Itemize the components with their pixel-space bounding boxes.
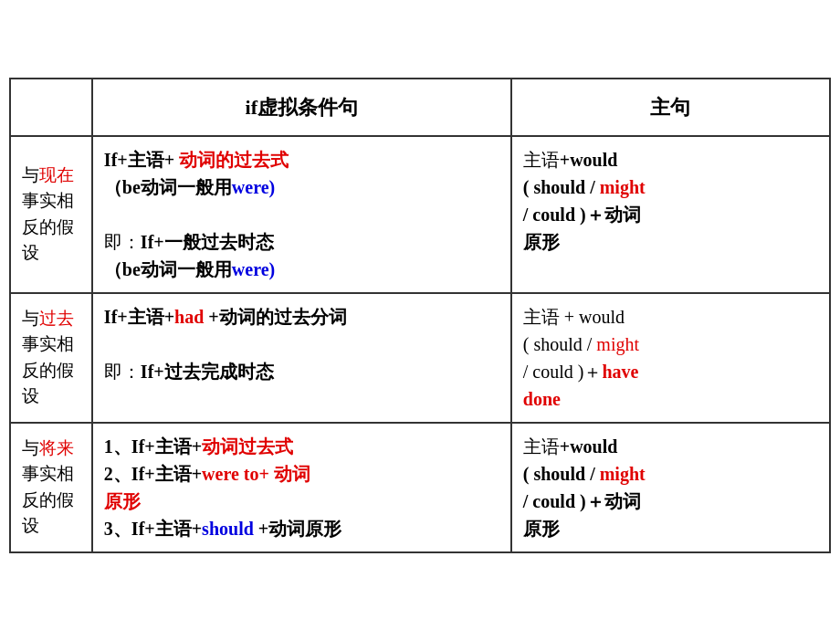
row1-label-text: 与现在事实相反的假设 (22, 165, 74, 263)
row2-if-cell: If+主语+had +动词的过去分词 即：If+过去完成时态 (92, 293, 511, 423)
row2-if-content: If+主语+had +动词的过去分词 即：If+过去完成时态 (104, 303, 499, 385)
main-table-container: if虚拟条件句 主句 与现在事实相反的假设 If+主语+ 动词的过去式 （be动… (9, 78, 831, 553)
table-row-1: 与现在事实相反的假设 If+主语+ 动词的过去式 （be动词一般用were) 即… (10, 136, 830, 293)
row3-label-cell: 与将来事实相反的假设 (10, 423, 92, 552)
table-header-row: if虚拟条件句 主句 (10, 79, 830, 136)
row1-label-cell: 与现在事实相反的假设 (10, 136, 92, 293)
row3-label-text: 与将来事实相反的假设 (22, 438, 74, 536)
row2-main-cell: 主语 + would ( should / might / could )＋ha… (511, 293, 830, 423)
table-row-3: 与将来事实相反的假设 1、If+主语+动词过去式 2、If+主语+were to… (10, 423, 830, 552)
row3-if-content: 1、If+主语+动词过去式 2、If+主语+were to+ 动词原形 3、If… (104, 433, 499, 542)
row2-main-content: 主语 + would ( should / might / could )＋ha… (523, 303, 818, 413)
row1-main-cell: 主语+would ( should / might / could )＋动词原形 (511, 136, 830, 293)
header-col3: 主句 (511, 79, 830, 136)
row2-label-cell: 与过去事实相反的假设 (10, 293, 92, 423)
row3-main-content: 主语+would ( should / might / could )＋动词原形 (523, 433, 818, 542)
header-col1 (10, 79, 92, 136)
row1-if-cell: If+主语+ 动词的过去式 （be动词一般用were) 即：If+一般过去时态 … (92, 136, 511, 293)
grammar-table: if虚拟条件句 主句 与现在事实相反的假设 If+主语+ 动词的过去式 （be动… (9, 78, 831, 553)
row3-main-cell: 主语+would ( should / might / could )＋动词原形 (511, 423, 830, 552)
row3-if-cell: 1、If+主语+动词过去式 2、If+主语+were to+ 动词原形 3、If… (92, 423, 511, 552)
table-row-2: 与过去事实相反的假设 If+主语+had +动词的过去分词 即：If+过去完成时… (10, 293, 830, 423)
row1-if-content: If+主语+ 动词的过去式 （be动词一般用were) 即：If+一般过去时态 … (104, 146, 499, 283)
row2-label-text: 与过去事实相反的假设 (22, 309, 74, 406)
header-col2: if虚拟条件句 (92, 79, 511, 136)
row1-main-content: 主语+would ( should / might / could )＋动词原形 (523, 146, 818, 256)
